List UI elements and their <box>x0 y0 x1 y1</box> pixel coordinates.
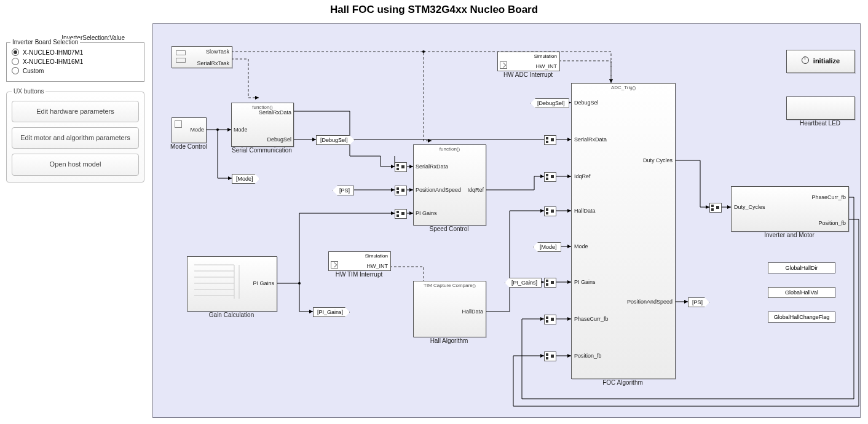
port-mode-in: Mode <box>234 127 248 133</box>
mode-control-label: Mode Control <box>164 143 213 150</box>
bus-selector-icon[interactable] <box>395 186 407 195</box>
fn-trigger: function() <box>414 146 486 152</box>
inverter-label: Inverter and Motor <box>731 232 848 238</box>
svg-point-0 <box>216 128 219 131</box>
hw-adc-label: HW ADC Interrupt <box>497 71 559 78</box>
left-panel: InverterSelection:Value Inverter Board S… <box>6 34 144 183</box>
inverter-selection-legend: Inverter Board Selection <box>10 39 80 45</box>
radio-label: Custom <box>23 68 44 74</box>
bus-selector-icon[interactable] <box>544 172 556 182</box>
hw-tim-interrupt-block[interactable]: Simulation HW_INT <box>328 251 391 271</box>
port-phasecurr: PhaseCurr_fb <box>574 316 609 322</box>
task-scheduler-block[interactable]: SlowTask SerialRxTask <box>172 46 232 68</box>
from-mode[interactable]: [Mode] <box>533 242 561 252</box>
from-debugsel[interactable]: [DebugSel] <box>531 98 569 108</box>
port-halldata: HallData <box>574 208 596 214</box>
radio-label: X-NUCLEO-IHM16M1 <box>23 58 83 65</box>
initialize-label: initialize <box>813 57 840 65</box>
port-dutycycles-in: Duty_Cycles <box>734 204 765 210</box>
bus-selector-icon[interactable] <box>395 162 407 172</box>
port-position: Position_fb <box>574 353 602 359</box>
port-pigains-out: PI Gains <box>253 280 274 286</box>
dsm-globalhallchangeflag[interactable]: GlobalHallChangeFlag <box>768 312 835 323</box>
sim-type: Simulation <box>365 253 388 259</box>
from-pigains[interactable]: [PI_Gains] <box>505 278 542 288</box>
port-serialrxdata-in: SerialRxData <box>416 163 448 170</box>
dsm-globalhallval[interactable]: GlobalHallVal <box>768 287 835 298</box>
port-posspeed-in: PositionAndSpeed <box>416 187 461 193</box>
hall-algorithm-label: Hall Algorithm <box>413 337 485 344</box>
serial-comm-block[interactable]: function() Mode SerialRxData DebugSel <box>231 103 294 147</box>
radio-icon <box>12 67 19 74</box>
foc-algorithm-block[interactable]: ADC_Trig() DebugSel SerialRxData IdqRef … <box>571 83 676 379</box>
gain-calc-block[interactable]: PI Gains <box>187 256 277 312</box>
hall-algorithm-block[interactable]: TIM Capture Compare() HallData <box>413 281 486 337</box>
port-slowtask: SlowTask <box>206 49 229 55</box>
port-dutycycles: Duty Cycles <box>643 157 673 163</box>
port-pigains: PI Gains <box>574 279 596 285</box>
port-position-out: Position_fb <box>818 220 846 226</box>
goto-debugsel[interactable]: [DebugSel] <box>316 135 355 145</box>
subsystem-icon <box>500 61 507 69</box>
bus-selector-icon[interactable] <box>709 203 722 213</box>
bus-selector-icon[interactable] <box>544 351 556 361</box>
gain-calc-label: Gain Calculation <box>187 312 276 318</box>
radio-icon <box>12 49 19 56</box>
port-posspeed: PositionAndSpeed <box>627 299 673 305</box>
inverter-selection-group: Inverter Board Selection X-NUCLEO-IHM07M… <box>6 42 144 82</box>
edit-hardware-button[interactable]: Edit hardware parameters <box>12 101 139 122</box>
heartbeat-led-block[interactable] <box>786 96 855 120</box>
port-serialrxdata: SerialRxData <box>574 136 607 143</box>
foc-label: FOC Algorithm <box>571 379 674 386</box>
speed-control-block[interactable]: function() SerialRxData PositionAndSpeed… <box>413 144 486 226</box>
port-phasecurr-out: PhaseCurr_fb <box>811 194 846 200</box>
radio-icon <box>12 58 19 65</box>
subsystem-icon <box>331 261 338 269</box>
speed-control-label: Speed Control <box>413 226 485 232</box>
port-hwint: HW_INT <box>367 263 389 269</box>
port-halldata-out: HallData <box>462 308 483 315</box>
open-host-button[interactable]: Open host model <box>12 154 139 175</box>
bus-selector-icon[interactable] <box>544 206 556 216</box>
port-idqref: IdqRef <box>574 173 591 179</box>
fn-trigger: ADC_Trig() <box>572 85 675 90</box>
svg-point-2 <box>298 282 301 285</box>
port-mode: Mode <box>574 243 588 249</box>
inverter-motor-block[interactable]: Duty_Cycles PhaseCurr_fb Position_fb <box>731 186 849 232</box>
bus-selector-icon[interactable] <box>544 278 556 288</box>
heartbeat-label: Heartbeat LED <box>786 120 854 127</box>
ux-buttons-group: UX buttons Edit hardware parameters Edit… <box>6 92 144 183</box>
ux-legend: UX buttons <box>12 88 45 95</box>
port-debugsel-out: DebugSel <box>267 136 291 143</box>
goto-mode[interactable]: [Mode] <box>232 174 260 184</box>
port-serialrxdata-out: SerialRxData <box>259 109 291 116</box>
radio-ihm16m1[interactable]: X-NUCLEO-IHM16M1 <box>12 58 139 65</box>
diagram-title: Hall FOC using STM32G4xx Nucleo Board <box>0 4 868 16</box>
port-debugsel: DebugSel <box>574 100 599 106</box>
sim-type: Simulation <box>534 53 557 59</box>
bus-selector-icon[interactable] <box>544 135 556 145</box>
port-mode-out: Mode <box>190 127 204 133</box>
edit-motor-button[interactable]: Edit motor and algorithm parameters <box>12 127 139 149</box>
port-pigains-in: PI Gains <box>416 210 437 216</box>
initialize-block[interactable]: initialize <box>786 50 855 73</box>
port-serialrxtask: SerialRxTask <box>197 60 229 66</box>
dsm-globalhalldir[interactable]: GlobalHallDir <box>768 262 835 273</box>
mode-control-block[interactable]: Mode <box>172 117 207 143</box>
power-icon <box>802 57 809 64</box>
svg-point-3 <box>422 50 425 53</box>
bus-selector-icon[interactable] <box>544 315 556 324</box>
radio-label: X-NUCLEO-IHM07M1 <box>23 49 83 56</box>
goto-pigains[interactable]: [PI_Gains] <box>313 307 350 317</box>
port-hwint: HW_INT <box>536 63 558 69</box>
from-ps[interactable]: [PS] <box>333 186 354 195</box>
radio-ihm07m1[interactable]: X-NUCLEO-IHM07M1 <box>12 49 139 56</box>
fn-trigger: TIM Capture Compare() <box>414 283 486 288</box>
model-canvas[interactable]: SlowTask SerialRxTask Mode Mode Control … <box>152 23 861 418</box>
radio-custom[interactable]: Custom <box>12 67 139 74</box>
bus-selector-icon[interactable] <box>395 209 407 219</box>
goto-ps[interactable]: [PS] <box>688 297 709 307</box>
serial-comm-label: Serial Communication <box>221 147 303 154</box>
port-idqref-out: IdqRef <box>467 187 484 193</box>
hw-adc-interrupt-block[interactable]: Simulation HW_INT <box>497 52 560 71</box>
